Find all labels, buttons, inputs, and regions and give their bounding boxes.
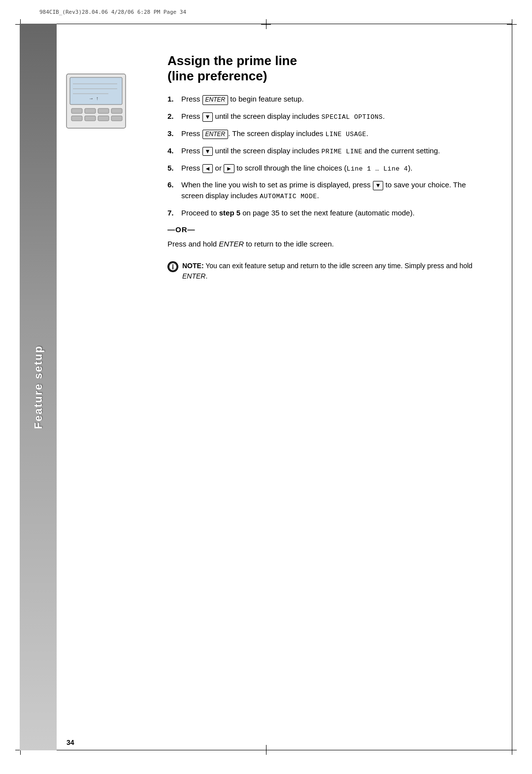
svg-point-16	[172, 265, 173, 266]
header-text: 984CIB_(Rev3)28.04.06 4/28/06 6:28 PM Pa…	[39, 9, 186, 15]
note-text: NOTE: You can exit feature setup and ret…	[182, 261, 483, 281]
step-6-content: When the line you wish to set as prime i…	[181, 179, 483, 202]
step-4-number: 4.	[167, 145, 181, 156]
step-4-content: Press ▼ until the screen display include…	[181, 145, 483, 157]
nav-down-4: ▼	[202, 147, 213, 156]
step-1: 1. Press ENTER to begin feature setup.	[167, 94, 483, 105]
page-number: 34	[66, 739, 74, 746]
step-4: 4. Press ▼ until the screen display incl…	[167, 145, 483, 157]
step-5-content: Press ◄ or ► to scroll through the line …	[181, 163, 483, 174]
section-title: Assign the prime line (line preference)	[81, 53, 483, 84]
note-box: NOTE: You can exit feature setup and ret…	[81, 261, 483, 281]
step-7: 7. Proceed to step 5 on page 35 to set t…	[167, 208, 483, 218]
mono-4: PRIME LINE	[322, 148, 363, 155]
mono-6: AUTOMATIC MODE	[260, 193, 317, 200]
step-7-number: 7.	[167, 208, 181, 218]
nav-left-5: ◄	[202, 164, 213, 174]
step-5-number: 5.	[167, 163, 181, 174]
step-3: 3. Press ENTER. The screen display inclu…	[167, 128, 483, 140]
nav-right-5: ►	[224, 164, 234, 174]
steps-list: 1. Press ENTER to begin feature setup. 2…	[81, 94, 483, 218]
step-3-content: Press ENTER. The screen display includes…	[181, 128, 483, 140]
mono-2: SPECIAL OPTIONS	[322, 113, 383, 121]
step-6: 6. When the line you wish to set as prim…	[167, 179, 483, 202]
or-text: Press and hold ENTER to return to the id…	[81, 239, 483, 249]
step-2-content: Press ▼ until the screen display include…	[181, 111, 483, 122]
step-1-content: Press ENTER to begin feature setup.	[181, 94, 483, 105]
sidebar: Feature setup	[20, 24, 57, 750]
mono-5: Line 1 … Line 4	[347, 165, 408, 173]
step-3-number: 3.	[167, 128, 181, 139]
step-2: 2. Press ▼ until the screen display incl…	[167, 111, 483, 122]
step-7-content: Proceed to step 5 on page 35 to set the …	[181, 208, 483, 218]
step-2-number: 2.	[167, 111, 181, 122]
mono-3: LINE USAGE	[326, 131, 366, 138]
or-separator: —OR—	[81, 225, 483, 234]
enter-key-1: ENTER	[202, 95, 229, 105]
enter-key-note: ENTER	[182, 272, 205, 280]
main-content: Assign the prime line (line preference) …	[57, 24, 512, 750]
step-5: 5. Press ◄ or ► to scroll through the li…	[167, 163, 483, 174]
nav-down-2: ▼	[202, 112, 213, 122]
enter-key-3: ENTER	[202, 130, 229, 140]
title-line1: Assign the prime line (line preference)	[167, 53, 483, 84]
note-label: NOTE:	[182, 262, 204, 270]
step-1-number: 1.	[167, 94, 181, 105]
step-6-number: 6.	[167, 179, 181, 190]
note-icon	[167, 261, 178, 272]
nav-down-6: ▼	[373, 181, 384, 190]
step-7-bold: step 5	[219, 209, 240, 217]
sidebar-label: Feature setup	[32, 345, 45, 429]
enter-key-or: ENTER	[219, 240, 244, 248]
